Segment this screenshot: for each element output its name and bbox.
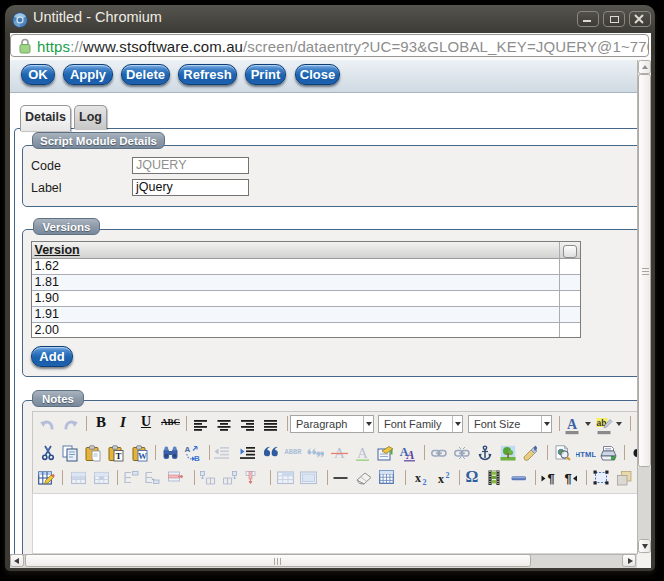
svg-text:x: x [415,471,421,485]
svg-text:HTML: HTML [576,450,596,459]
svg-text:A: A [357,445,368,461]
svg-text:A: A [405,448,414,462]
svg-text:A: A [185,445,191,454]
svg-text:B: B [194,454,200,462]
svg-text:¶: ¶ [564,471,571,486]
svg-text:¶: ¶ [547,471,554,486]
svg-text:W: W [138,451,147,461]
svg-text:T: T [115,451,121,461]
svg-text:2: 2 [423,478,427,487]
svg-text:A: A [567,417,578,432]
svg-text:x: x [438,472,444,486]
svg-text:2: 2 [446,471,450,480]
